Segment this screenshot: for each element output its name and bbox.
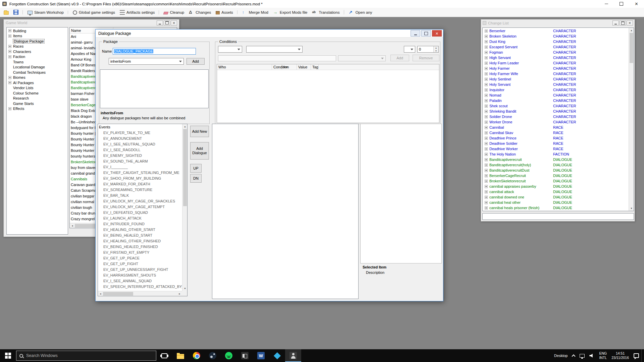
change-list-item[interactable]: cannibal heals prisoner (finish) DIALOGU… xyxy=(483,205,629,210)
column-header[interactable]: Who xyxy=(217,64,272,70)
change-list-item[interactable]: Soldier Drone CHARACTER xyxy=(483,114,629,119)
remove-condition-button[interactable]: Remove xyxy=(413,55,439,61)
spin-down-icon[interactable]: ▼ xyxy=(434,49,438,52)
expand-plus-icon[interactable] xyxy=(485,110,488,113)
expand-plus-icon[interactable] xyxy=(485,94,488,97)
event-item[interactable]: EV_I_DEFEATED_SQUAD xyxy=(98,210,182,216)
add-inherits-button[interactable]: Add xyxy=(186,58,205,65)
change-list-item[interactable]: cannibal downed one DIALOGUE xyxy=(483,194,629,200)
event-item[interactable]: EV_BAR_TALK xyxy=(98,193,182,198)
change-list-filter-input[interactable] xyxy=(482,213,634,220)
maximize-button[interactable] xyxy=(620,20,626,25)
condition-type-combo[interactable] xyxy=(246,46,303,53)
event-item[interactable]: EV_SCREAMING_TORTURE xyxy=(98,187,182,193)
expand-plus-icon[interactable] xyxy=(485,46,488,49)
event-item[interactable]: EV_GET_UP_UNNECESSARY_FIGHT xyxy=(98,267,182,273)
expand-plus-icon[interactable] xyxy=(485,72,488,75)
toolbar-button[interactable] xyxy=(1,9,11,16)
action-center-button[interactable] xyxy=(631,349,641,362)
toolbar-button[interactable]: Global game settings xyxy=(70,9,117,16)
dialog-titlebar[interactable]: Dialogue Package xyxy=(96,29,443,38)
column-header[interactable]: Condition xyxy=(272,64,282,70)
expand-plus-icon[interactable] xyxy=(8,35,11,38)
add-dialogue-button[interactable]: Add Dialogue xyxy=(190,142,209,160)
toolbar-button[interactable] xyxy=(11,9,23,16)
dn-button[interactable]: DN xyxy=(190,174,202,183)
scroll-left-icon[interactable]: ◄ xyxy=(70,223,75,228)
change-list-item[interactable]: Nomad CHARACTER xyxy=(483,93,629,98)
scroll-down-icon[interactable]: ▼ xyxy=(182,286,187,291)
show-desktop-button[interactable] xyxy=(641,349,644,362)
condition-tag-field[interactable] xyxy=(218,55,336,61)
change-list-item[interactable]: The Holy Nation FACTION xyxy=(483,152,629,157)
change-list-item[interactable]: BanditcaptiverecruitDust DIALOGUE xyxy=(483,168,629,173)
inherits-from-list[interactable] xyxy=(100,69,209,108)
language-indicator[interactable]: ENG INTL xyxy=(597,349,609,362)
change-list-item[interactable]: Holy Sentinel CHARACTER xyxy=(483,76,629,82)
column-header[interactable]: == xyxy=(282,64,297,70)
event-item[interactable]: EV_GET_UP_PEACE xyxy=(98,255,182,261)
tree-item[interactable]: Vendor Lists xyxy=(7,85,68,91)
vertical-scrollbar[interactable]: ▲ ▼ xyxy=(182,124,187,291)
event-item[interactable]: EV_GET_UP_FIGHT xyxy=(98,261,182,267)
change-list-item[interactable]: Dust King CHARACTER xyxy=(483,39,629,44)
minimize-button[interactable] xyxy=(612,20,619,25)
taskbar-app[interactable] xyxy=(156,349,172,362)
expand-plus-icon[interactable] xyxy=(485,201,488,204)
maximize-button[interactable] xyxy=(164,20,170,25)
change-list-item[interactable]: Holy Servant CHARACTER xyxy=(483,82,629,87)
event-item[interactable]: EV_UNLOCK_MY_CAGE_ATTEMPT xyxy=(98,204,182,210)
event-item[interactable]: EV_LAUNCH_ATTACK xyxy=(98,216,182,221)
tree-item[interactable]: Characters xyxy=(7,49,68,54)
expand-plus-icon[interactable] xyxy=(8,81,11,84)
change-list-item[interactable]: Shrieking Bandit CHARACTER xyxy=(483,109,629,114)
horizontal-scrollbar[interactable]: ◄ ► xyxy=(98,291,182,296)
event-item[interactable]: EV_ENEMY_SIGHTED xyxy=(98,153,182,159)
expand-plus-icon[interactable] xyxy=(485,206,488,209)
taskbar-app[interactable] xyxy=(189,349,205,362)
expand-plus-icon[interactable] xyxy=(8,55,11,58)
toolbar-button[interactable]: Changes xyxy=(186,9,213,16)
close-button[interactable] xyxy=(432,30,442,37)
toolbar-button[interactable]: Translations xyxy=(310,9,344,16)
event-item[interactable]: EV_ANNOUNCEMENT xyxy=(98,136,182,141)
expand-plus-icon[interactable] xyxy=(485,147,488,150)
expand-plus-icon[interactable] xyxy=(485,29,488,33)
change-list-item[interactable]: High Servant CHARACTER xyxy=(483,55,629,60)
event-item[interactable]: EV_BEING_HEALED_START xyxy=(98,233,182,238)
change-list-item[interactable]: Fogman CHARACTER xyxy=(483,50,629,55)
change-list-item[interactable]: Inquisitor CHARACTER xyxy=(483,87,629,93)
event-item[interactable]: EV_UNLOCK_MY_CAGE_OR_SHACKLES xyxy=(98,198,182,204)
scrollbar-thumb[interactable] xyxy=(103,292,133,296)
event-item[interactable]: EV_HARRASSMENT_SHOUTS xyxy=(98,273,182,278)
event-item[interactable]: EV_I_SEE_RAGDOLL xyxy=(98,147,182,153)
inherits-from-combo[interactable]: inheritsFrom xyxy=(109,58,184,65)
tree-item[interactable]: Towns xyxy=(7,59,68,65)
change-list-item[interactable]: Banditcaptiverecruit(holy) DIALOGUE xyxy=(483,162,629,168)
dialogue-tree-panel[interactable] xyxy=(212,124,359,299)
tree-item[interactable]: Races xyxy=(7,44,68,49)
tree-item[interactable]: Locational Damage xyxy=(7,65,68,70)
expand-plus-icon[interactable] xyxy=(8,76,11,79)
expand-plus-icon[interactable] xyxy=(485,185,488,188)
event-item[interactable]: EV_FIRSTAID_KIT_EMPTY xyxy=(98,250,182,255)
event-item[interactable]: EV_SHOO_FROM_MY_BUILDING xyxy=(98,176,182,181)
toolbar-button[interactable]: Open any xyxy=(346,9,375,16)
tree-item[interactable]: Colour Scheme xyxy=(7,90,68,96)
event-item[interactable]: EV_HEALING_OTHER_START xyxy=(98,227,182,233)
tree-item[interactable]: Biomes xyxy=(7,75,68,80)
expand-plus-icon[interactable] xyxy=(485,88,488,92)
scrollbar-thumb[interactable] xyxy=(630,33,633,63)
close-button[interactable] xyxy=(171,20,177,25)
toolbar-button[interactable]: Assets xyxy=(213,9,237,15)
tree-item[interactable]: Effects xyxy=(7,106,68,112)
event-item[interactable]: EV_SOUND_THE_ALARM xyxy=(98,159,182,164)
vertical-scrollbar[interactable]: ▲ ▼ xyxy=(629,28,634,211)
condition-compare-combo[interactable] xyxy=(404,46,415,53)
expand-plus-icon[interactable] xyxy=(485,51,488,54)
condition-tag-combo[interactable] xyxy=(338,55,386,61)
change-list-item[interactable]: Holy Farmer Wife CHARACTER xyxy=(483,71,629,76)
event-item[interactable]: EV_BEING_HEALED_FINISHED xyxy=(98,244,182,250)
expand-plus-icon[interactable] xyxy=(485,196,488,199)
toolbar-button[interactable]: Export Mods file xyxy=(271,9,310,16)
